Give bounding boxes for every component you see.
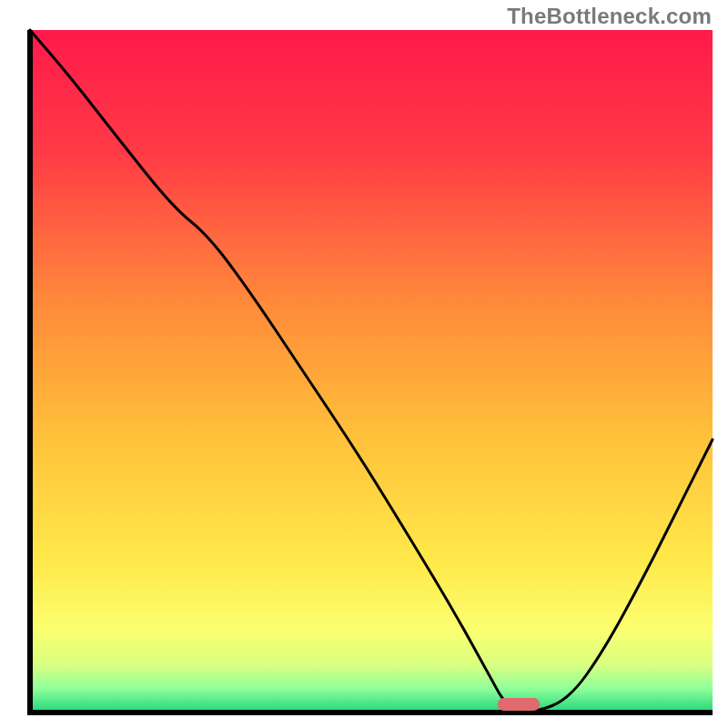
chart-root: TheBottleneck.com — [0, 0, 728, 728]
optimal-marker — [498, 698, 541, 711]
chart-svg — [0, 0, 728, 728]
plot-gradient-bg — [30, 30, 713, 713]
